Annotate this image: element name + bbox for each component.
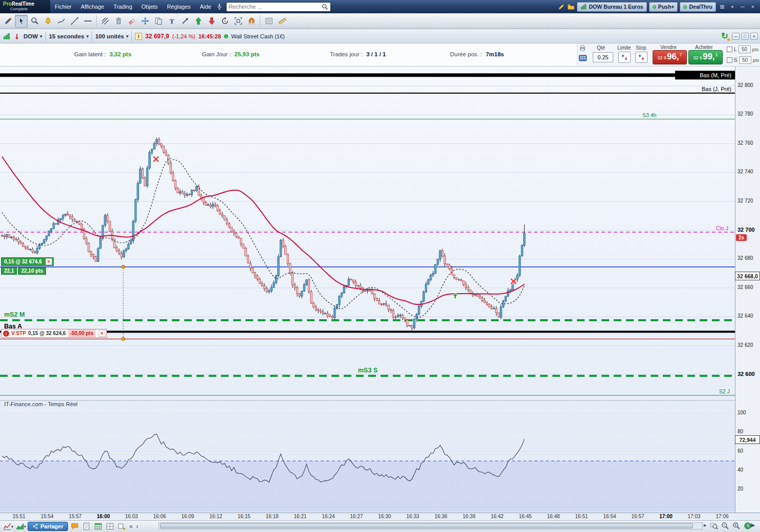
price-axis-label: 100 <box>737 410 760 415</box>
edit-icon[interactable] <box>557 3 565 11</box>
search-input[interactable] <box>229 4 322 10</box>
time-axis-label: 15:51 <box>12 514 25 519</box>
collapse-icon[interactable]: ‹ <box>135 523 139 530</box>
maximize-chart-icon[interactable]: □ <box>741 33 749 40</box>
sell-arrow-button[interactable] <box>205 15 218 28</box>
svg-text:mS2 M: mS2 M <box>4 311 25 318</box>
dock-icon[interactable]: ⊞ <box>718 3 726 11</box>
segment-tool-button[interactable] <box>81 15 94 28</box>
fork-tool-button[interactable] <box>99 15 111 28</box>
eraser-tool-button[interactable] <box>125 15 138 28</box>
close-window-icon[interactable]: × <box>749 3 757 11</box>
zoom-controls <box>709 521 753 530</box>
limit-points-input[interactable]: 50 <box>739 46 751 53</box>
print-icon[interactable] <box>579 45 586 52</box>
info-icon[interactable]: i <box>135 33 142 40</box>
zoom-tool-button[interactable] <box>28 15 41 28</box>
alert-bell-button[interactable] <box>41 15 54 28</box>
position-label[interactable]: 0,15 @ 32 674,6 × <box>1 257 54 266</box>
close-chart-icon[interactable]: × <box>750 33 758 40</box>
gain-jour-group: Gain Jour : 25,93 pts <box>202 51 259 57</box>
menu-affichage[interactable]: Affichage <box>76 0 109 13</box>
sell-button[interactable]: 32 696,7 <box>653 50 687 64</box>
folder-icon[interactable] <box>567 3 575 11</box>
move-tool-button[interactable] <box>139 15 151 28</box>
buy-arrow-button[interactable] <box>192 15 205 28</box>
stop-points-input[interactable]: 50 <box>739 56 751 64</box>
share-button[interactable]: Partager <box>28 522 68 531</box>
table-view-button[interactable] <box>93 522 103 531</box>
push-button[interactable]: Push+ <box>649 2 678 12</box>
buy-button[interactable]: 32 699,1 <box>688 50 723 64</box>
units-dropdown[interactable]: 100 unités▾ <box>95 33 128 39</box>
time-axis-label: 16:27 <box>350 514 363 519</box>
sync-icon[interactable]: ↻ <box>721 31 728 41</box>
ruler-tool-button[interactable] <box>276 15 288 28</box>
delete-tool-button[interactable] <box>112 15 125 28</box>
scroll-right-icon[interactable]: ▸ <box>704 522 707 528</box>
time-axis-label: 16:57 <box>631 514 644 519</box>
stop-order-button[interactable] <box>635 52 647 63</box>
risk-thermometer-icon[interactable] <box>13 33 20 40</box>
collapse-left-icon[interactable]: « <box>128 523 134 530</box>
price-axis[interactable]: 32 80032 78032 76032 74032 72032 70032 6… <box>735 66 760 513</box>
expand-tool-button[interactable] <box>232 15 244 28</box>
workspace-button[interactable]: DOW Bureau 1 Euros <box>577 2 646 12</box>
price-axis-label: 32 800 <box>737 82 760 88</box>
menu-reglages[interactable]: Réglages <box>162 0 195 13</box>
copy-tool-button[interactable] <box>152 15 165 28</box>
rotate-tool-button[interactable] <box>218 15 231 28</box>
draw-pencil-button[interactable] <box>2 15 14 28</box>
stop-order-label[interactable]: ↕ V:STP 0,15 @ 32 624,6 -50,00 pts × <box>1 329 107 338</box>
chevron-down-icon[interactable]: ▾ <box>11 524 13 529</box>
layout-button[interactable] <box>105 522 115 531</box>
dealthru-button[interactable]: DealThru <box>680 2 716 12</box>
menu-trading[interactable]: Trading <box>109 0 137 13</box>
magnet-tool-button[interactable] <box>245 15 258 28</box>
zoom-in-button[interactable] <box>731 521 742 530</box>
keypad-icon[interactable] <box>578 54 587 62</box>
scrollbar-thumb[interactable] <box>160 523 693 528</box>
search-box[interactable] <box>226 2 331 12</box>
cursor-tool-button[interactable] <box>15 15 28 28</box>
limit-checkbox[interactable] <box>727 47 732 52</box>
freehand-tool-button[interactable] <box>55 15 68 28</box>
menu-aide[interactable]: Aide <box>195 0 216 13</box>
chart-canvas[interactable]: Bas (M, Pré)Bas (J, Pré)S3 4hClo JmS2 MB… <box>0 66 735 513</box>
time-axis[interactable]: 15:5115:5415:5716:0016:0316:0616:0916:12… <box>0 513 760 520</box>
zoom-out-button[interactable] <box>720 521 730 530</box>
move-window-icon[interactable]: + <box>728 3 736 11</box>
menu-objets[interactable]: Objets <box>137 0 163 13</box>
grid-tool-button[interactable] <box>262 15 275 28</box>
timeframe-label: 15 secondes <box>49 33 84 39</box>
timeframe-dropdown[interactable]: 15 secondes▾ <box>49 33 89 39</box>
chevron-down-icon: ▾ <box>86 34 89 39</box>
chart-scrollbar[interactable] <box>159 522 703 529</box>
symbol-dropdown[interactable]: DOW▾ <box>24 33 42 39</box>
chevron-down-icon: ▾ <box>126 34 128 39</box>
minimize-window-icon[interactable]: ─ <box>739 3 747 11</box>
stop-checkbox[interactable] <box>727 57 732 63</box>
trendline-tool-button[interactable] <box>68 15 81 28</box>
price-change: (-1,24 %) <box>172 33 195 39</box>
minimize-chart-icon[interactable]: ─ <box>732 33 740 40</box>
indicator-settings-button[interactable] <box>2 522 12 531</box>
text-tool-button[interactable]: T <box>165 15 178 28</box>
chevron-down-icon[interactable]: ▾ <box>24 524 26 529</box>
scroll-end-icon[interactable]: ▶ <box>751 522 755 528</box>
time-axis-label: 16:15 <box>237 514 250 519</box>
detach-button[interactable] <box>117 522 127 531</box>
comments-button[interactable] <box>70 522 80 531</box>
mic-icon[interactable] <box>216 3 223 10</box>
menu-fichier[interactable]: Fichier <box>50 0 76 13</box>
chart-style-button[interactable] <box>15 522 25 531</box>
notes-button[interactable] <box>81 522 92 531</box>
close-position-button[interactable]: × <box>46 258 52 265</box>
arrow-tool-button[interactable] <box>178 15 191 28</box>
time-axis-label: 16:48 <box>547 514 560 519</box>
zoom-select-button[interactable] <box>709 521 719 530</box>
qty-input[interactable] <box>593 52 613 62</box>
search-icon[interactable] <box>322 4 328 10</box>
cancel-stop-button[interactable]: × <box>99 330 105 337</box>
limit-order-button[interactable] <box>618 52 631 63</box>
